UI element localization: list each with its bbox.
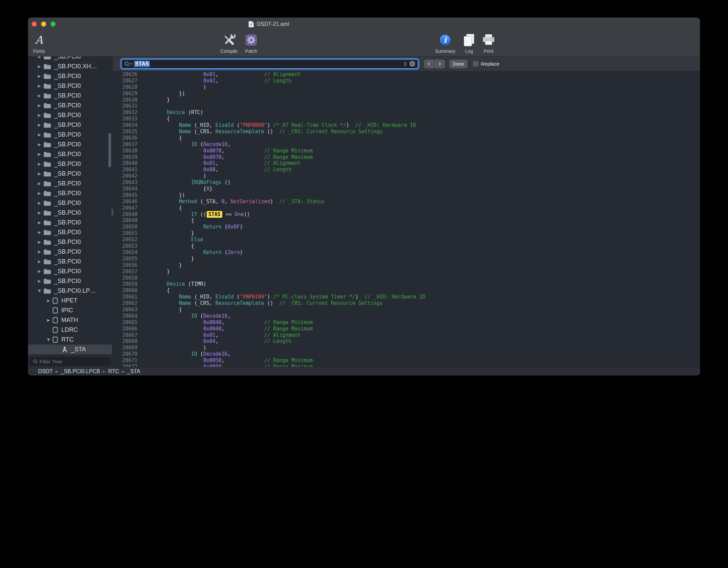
tree-item--sb-pci0[interactable]: ▶_SB.PCI0 xyxy=(28,101,112,110)
log-label: Log xyxy=(465,48,473,54)
tree-item--sb-pci0-lp-[interactable]: ▼_SB.PCI0.LP… xyxy=(28,286,112,296)
tree-item--sb-pci0[interactable]: ▶_SB.PCI0 xyxy=(28,81,112,91)
code-text: 0x08, // Length xyxy=(137,167,292,173)
minimize-button[interactable] xyxy=(41,22,46,27)
disclosure-right-icon[interactable]: ▶ xyxy=(36,74,43,78)
find-previous-button[interactable] xyxy=(424,60,434,68)
disclosure-right-icon[interactable]: ▶ xyxy=(36,113,43,117)
folder-icon xyxy=(43,249,51,255)
tree-item--sb-pci0[interactable]: ▶_SB.PCI0 xyxy=(28,110,112,120)
disclosure-right-icon[interactable]: ▶ xyxy=(36,123,43,127)
search-menu-icon[interactable] xyxy=(124,61,133,67)
code-text: { xyxy=(137,307,182,313)
sidebar-scrollbar[interactable] xyxy=(108,133,111,167)
sidebar-tree[interactable]: ▶_SB.PCI0▶_SB.PCI0.XH…▶_SB.PCI0▶_SB.PCI0… xyxy=(28,57,112,356)
scope-icon xyxy=(53,336,58,343)
tree-item-rtc[interactable]: ▼RTC xyxy=(28,335,112,345)
disclosure-right-icon[interactable]: ▶ xyxy=(36,279,43,283)
tree-item--sb-pci0[interactable]: ▶_SB.PCI0 xyxy=(28,149,112,159)
title-bar[interactable]: DSDT-21.aml xyxy=(28,17,700,31)
tree-item--sb-pci0[interactable]: ▶_SB.PCI0 xyxy=(28,257,112,267)
tree-item--sb-pci0[interactable]: ▶_SB.PCI0 xyxy=(28,237,112,247)
code-line: 20654 Return (Zero) xyxy=(112,249,700,256)
line-number: 20669 xyxy=(112,345,137,351)
disclosure-right-icon[interactable]: ▶ xyxy=(36,84,43,88)
code-line: 20671 0x0050, // Range Minimum xyxy=(112,357,700,364)
breadcrumb-item[interactable]: DSDT xyxy=(38,368,53,375)
tree-item--sb-pci0[interactable]: ▶_SB.PCI0 xyxy=(28,218,112,227)
tree-item--sb-pci0-xh-[interactable]: ▶_SB.PCI0.XH… xyxy=(28,62,112,71)
tree-item-ldrc[interactable]: LDRC xyxy=(28,325,112,335)
line-number: 20633 xyxy=(112,116,137,122)
breadcrumb-item[interactable]: _STA xyxy=(127,368,140,375)
disclosure-down-icon[interactable]: ▼ xyxy=(45,338,52,342)
tree-item--sb-pci0[interactable]: ▶_SB.PCI0 xyxy=(28,91,112,101)
folder-icon xyxy=(43,269,51,274)
tree-item--sb-pci0[interactable]: ▶_SB.PCI0 xyxy=(28,71,112,81)
tree-item--sb-pci0[interactable]: ▶_SB.PCI0 xyxy=(28,120,112,130)
disclosure-right-icon[interactable]: ▶ xyxy=(36,220,43,225)
disclosure-right-icon[interactable]: ▶ xyxy=(36,211,43,215)
tree-item--sb-pci0[interactable]: ▶_SB.PCI0 xyxy=(28,267,112,276)
disclosure-right-icon[interactable]: ▶ xyxy=(36,201,43,205)
tree-item-label: _SB.PCI0 xyxy=(54,112,81,119)
disclosure-right-icon[interactable]: ▶ xyxy=(36,191,43,196)
tree-item--sta[interactable]: _STA xyxy=(28,345,112,354)
tree-item--sb-pci0[interactable]: ▶_SB.PCI0 xyxy=(28,276,112,286)
code-text: 0x04, // Length xyxy=(137,338,292,345)
disclosure-right-icon[interactable]: ▶ xyxy=(36,259,43,264)
tree-item--sb-pci0[interactable]: ▶_SB.PCI0 xyxy=(28,169,112,179)
tree-item-math[interactable]: ▶MATH xyxy=(28,315,112,325)
tree-item-ipic[interactable]: IPIC xyxy=(28,306,112,315)
disclosure-right-icon[interactable]: ▶ xyxy=(45,298,52,303)
disclosure-right-icon[interactable]: ▶ xyxy=(36,162,43,166)
disclosure-right-icon[interactable]: ▶ xyxy=(36,103,43,108)
fonts-button[interactable]: A Fonts xyxy=(28,32,55,54)
tree-item--sb-pci0[interactable]: ▶_SB.PCI0 xyxy=(28,247,112,257)
tree-item--sb-pci0[interactable]: ▶_SB.PCI0 xyxy=(28,130,112,140)
code-editor[interactable]: 20626 0x01, // Alignment20627 0x02, // L… xyxy=(112,71,700,367)
replace-checkbox[interactable] xyxy=(473,61,478,67)
disclosure-right-icon[interactable]: ▶ xyxy=(36,230,43,235)
disclosure-right-icon[interactable]: ▶ xyxy=(45,318,52,322)
document-proxy-icon[interactable] xyxy=(248,21,254,28)
filter-tree-input[interactable]: Filter Tree xyxy=(30,357,110,365)
zoom-button[interactable] xyxy=(51,22,56,27)
print-button[interactable]: Print xyxy=(472,32,505,54)
done-button[interactable]: Done xyxy=(449,60,467,68)
disclosure-right-icon[interactable]: ▶ xyxy=(36,133,43,137)
tree-item--sb-pci0[interactable]: ▶_SB.PCI0 xyxy=(28,227,112,237)
line-number: 20672 xyxy=(112,364,137,367)
disclosure-right-icon[interactable]: ▶ xyxy=(36,94,43,98)
tree-item--sb-pci0[interactable]: ▶_SB.PCI0 xyxy=(28,198,112,208)
close-button[interactable] xyxy=(32,22,37,27)
disclosure-right-icon[interactable]: ▶ xyxy=(36,250,43,254)
find-input[interactable]: STAS 3 xyxy=(121,59,419,69)
disclosure-right-icon[interactable]: ▶ xyxy=(36,181,43,186)
tree-item--sb-pci0[interactable]: ▶_SB.PCI0 xyxy=(28,208,112,218)
disclosure-right-icon[interactable]: ▶ xyxy=(36,64,43,69)
find-next-button[interactable] xyxy=(434,60,445,68)
disclosure-right-icon[interactable]: ▶ xyxy=(36,240,43,244)
disclosure-down-icon[interactable]: ▼ xyxy=(36,289,43,293)
tree-item--sb-pci0[interactable]: ▶_SB.PCI0 xyxy=(28,188,112,198)
line-number: 20648 xyxy=(112,211,137,218)
patch-button[interactable]: Patch xyxy=(235,32,267,54)
disclosure-right-icon[interactable]: ▶ xyxy=(36,152,43,156)
line-number: 20667 xyxy=(112,332,137,339)
tree-item-hpet[interactable]: ▶HPET xyxy=(28,296,112,306)
code-line: 20672 0x0050, // Range Maximum xyxy=(112,364,700,367)
breadcrumb-item[interactable]: RTC xyxy=(108,368,119,375)
tree-item--sb-pci0[interactable]: ▶_SB.PCI0 xyxy=(28,179,112,188)
breadcrumb-item[interactable]: _SB.PCI0.LPCB xyxy=(61,368,100,375)
line-number: 20643 xyxy=(112,179,137,186)
disclosure-right-icon[interactable]: ▶ xyxy=(36,172,43,176)
tree-item--sb-pci0[interactable]: ▶_SB.PCI0 xyxy=(28,140,112,149)
disclosure-right-icon[interactable]: ▶ xyxy=(36,142,43,147)
disclosure-right-icon[interactable]: ▶ xyxy=(36,57,43,59)
disclosure-right-icon[interactable]: ▶ xyxy=(36,269,43,274)
tree-item--sb-pci0[interactable]: ▶_SB.PCI0 xyxy=(28,159,112,169)
scope-icon xyxy=(53,307,58,314)
tree-item--sb-pci0[interactable]: ▶_SB.PCI0 xyxy=(28,57,112,62)
clear-search-icon[interactable] xyxy=(409,61,415,67)
